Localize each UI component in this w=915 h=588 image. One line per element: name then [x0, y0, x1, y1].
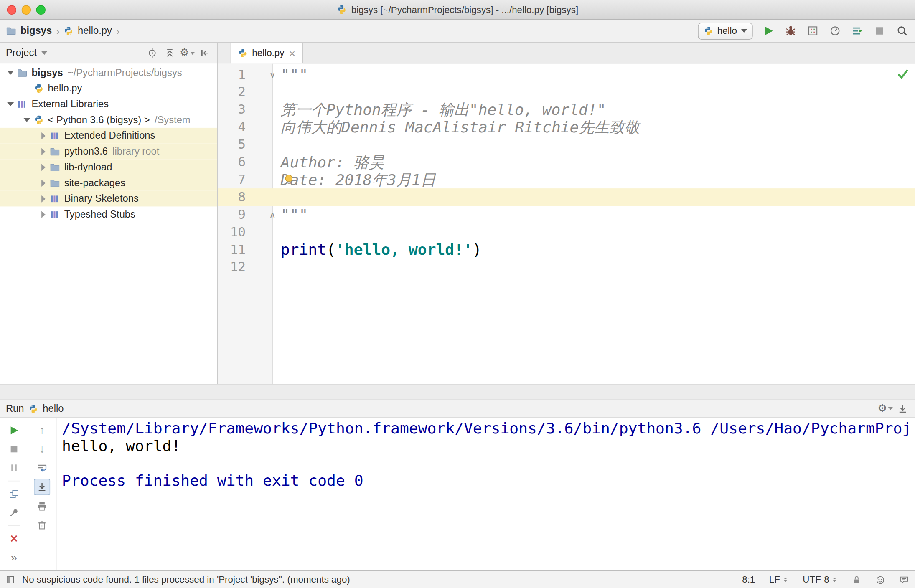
editor-line-11[interactable]: 11print('hello, world!')	[218, 241, 915, 259]
collapsed-arrow-icon[interactable]	[37, 195, 49, 202]
soft-wrap-button[interactable]	[34, 460, 49, 475]
tree-item-typeshed-stubs[interactable]: Typeshed Stubs	[0, 206, 217, 222]
rerun-button[interactable]	[6, 423, 21, 438]
collapsed-arrow-icon[interactable]	[37, 211, 49, 218]
scroll-end-button[interactable]	[34, 479, 50, 495]
tree-item-label: Extended Definitions	[64, 130, 155, 142]
console-output[interactable]: /System/Library/Frameworks/Python.framew…	[56, 418, 915, 570]
collapse-all-button[interactable]	[163, 47, 176, 60]
project-tool-window: Project ⚙ bigsys~/PycharmProjects/bigsys…	[0, 43, 218, 384]
editor-line-12[interactable]: 12	[218, 259, 915, 276]
profiler-icon	[829, 25, 841, 37]
expanded-arrow-icon[interactable]	[5, 71, 16, 75]
pin-button[interactable]	[6, 505, 21, 520]
zoom-window-button[interactable]	[36, 5, 46, 14]
highlighting-level-button[interactable]	[875, 575, 885, 585]
close-button[interactable]: ×	[6, 531, 21, 546]
editor-line-2[interactable]: 2	[218, 84, 915, 101]
tree-item-site-packages[interactable]: site-packages	[0, 175, 217, 191]
clear-button[interactable]	[34, 517, 49, 532]
tree-item-bigsys[interactable]: bigsys~/PycharmProjects/bigsys	[0, 65, 217, 81]
breadcrumb-project[interactable]: bigsys	[20, 25, 52, 37]
editor-line-5[interactable]: 5	[218, 136, 915, 153]
intention-bulb-icon[interactable]	[283, 173, 295, 185]
pause-button[interactable]	[6, 460, 21, 475]
notification-balloon-icon	[899, 575, 909, 585]
up-stack-icon: ↑	[39, 425, 45, 436]
hide-panel-button[interactable]	[198, 47, 211, 60]
encoding-selector[interactable]: UTF-8	[803, 575, 838, 585]
editor-line-4[interactable]: 4向伟大的Dennis MacAlistair Ritchie先生致敬	[218, 119, 915, 136]
profiler-button[interactable]	[828, 24, 842, 38]
notifications-button[interactable]	[899, 575, 909, 585]
search-everywhere-button[interactable]	[895, 24, 910, 38]
run-settings-button[interactable]: ⚙	[879, 402, 892, 415]
dock-panel-button[interactable]	[896, 402, 909, 415]
editor-line-1[interactable]: 1∨"""	[218, 66, 915, 84]
project-header-title[interactable]: Project	[6, 47, 37, 59]
tree-item-extended-definitions[interactable]: Extended Definitions	[0, 128, 217, 144]
expanded-arrow-icon[interactable]	[21, 118, 33, 122]
code-text: print('hello, world!')	[272, 241, 915, 259]
toolwindow-toggle-icon[interactable]	[6, 575, 15, 584]
folder-icon	[49, 145, 61, 157]
editor-line-8[interactable]: 8	[218, 188, 915, 206]
tree-item-python3.6[interactable]: python3.6library root	[0, 144, 217, 160]
editor-line-9[interactable]: 9∧"""	[218, 206, 915, 223]
editor-line-6[interactable]: 6Author: 骆昊	[218, 153, 915, 171]
tree-item-lib-dynload[interactable]: lib-dynload	[0, 159, 217, 175]
editor-body[interactable]: 1∨"""23第一个Python程序 - 输出"hello, world!"4向…	[218, 63, 915, 384]
locate-file-button[interactable]	[146, 47, 159, 60]
run-config-name[interactable]: hello	[43, 403, 64, 414]
stop-button[interactable]	[872, 24, 887, 38]
fold-marker-icon[interactable]: ∧	[268, 206, 277, 223]
minimize-window-button[interactable]	[22, 5, 31, 14]
collapsed-arrow-icon[interactable]	[37, 132, 49, 139]
editor-line-3[interactable]: 3第一个Python程序 - 输出"hello, world!"	[218, 101, 915, 119]
tree-item-external-libraries[interactable]: External Libraries	[0, 96, 217, 112]
tree-item-binary-skeletons[interactable]: Binary Skeletons	[0, 191, 217, 207]
expanded-arrow-icon[interactable]	[5, 102, 16, 106]
tree-item-python-3.6-bigsys[interactable]: < Python 3.6 (bigsys) >/System	[0, 112, 217, 128]
editor-line-10[interactable]: 10	[218, 223, 915, 241]
editor-run-splitter[interactable]	[0, 384, 915, 400]
code-text: 向伟大的Dennis MacAlistair Ritchie先生致敬	[272, 119, 915, 136]
close-window-button[interactable]	[7, 5, 16, 14]
coverage-button[interactable]	[806, 24, 820, 38]
collapsed-arrow-icon[interactable]	[37, 148, 49, 155]
settings-button[interactable]: ⚙	[181, 47, 194, 60]
collapse-all-icon	[165, 48, 175, 58]
run-config-selector[interactable]: hello	[698, 23, 753, 40]
inspection-ok-icon[interactable]	[896, 67, 909, 80]
restore-layout-button[interactable]	[6, 487, 21, 502]
editor-line-7[interactable]: 7Date: 2018年3月1日	[218, 171, 915, 188]
debug-button[interactable]	[784, 24, 798, 38]
code-text	[272, 223, 915, 241]
project-tree: bigsys~/PycharmProjects/bigsyshello.pyEx…	[0, 63, 217, 384]
tree-item-label: lib-dynload	[64, 161, 112, 173]
close-tab-icon[interactable]: ×	[289, 48, 296, 59]
run-icon	[762, 25, 774, 37]
debug-icon	[785, 25, 797, 37]
collapsed-arrow-icon[interactable]	[37, 179, 49, 186]
readonly-toggle[interactable]	[852, 575, 861, 584]
tree-item-label: External Libraries	[31, 98, 109, 110]
concurrency-button[interactable]	[850, 24, 864, 38]
tree-item-hello.py[interactable]: hello.py	[0, 81, 217, 96]
chevron-down-icon[interactable]	[41, 51, 47, 55]
stop-button[interactable]	[6, 441, 21, 456]
editor-tab-hello-py[interactable]: hello.py ×	[231, 43, 303, 63]
toolbar-separator	[8, 481, 20, 481]
up-stack-button[interactable]: ↑	[34, 423, 49, 438]
breadcrumb-file[interactable]: hello.py	[78, 25, 112, 37]
run-header-title[interactable]: Run	[6, 403, 24, 414]
caret-position[interactable]: 8:1	[742, 575, 755, 585]
collapsed-arrow-icon[interactable]	[37, 164, 49, 171]
scroll-end-icon	[37, 482, 47, 492]
down-stack-button[interactable]: ↓	[34, 441, 49, 456]
line-ending-selector[interactable]: LF	[769, 575, 789, 585]
run-button[interactable]	[762, 24, 776, 38]
print-button[interactable]	[34, 499, 49, 514]
more-button[interactable]: »	[6, 550, 21, 565]
fold-marker-icon[interactable]: ∨	[268, 66, 277, 84]
